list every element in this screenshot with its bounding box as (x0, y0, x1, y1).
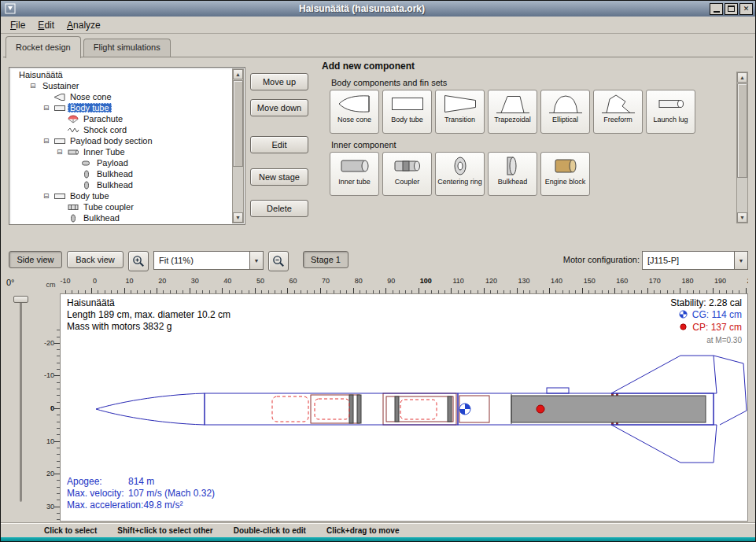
tree-item-tube-coupler[interactable]: Tube coupler (10, 201, 232, 212)
tree-item-body-tube[interactable]: ⊟Body tube (10, 102, 232, 113)
scroll-down-icon[interactable]: ▼ (737, 212, 747, 223)
move-up-button[interactable]: Move up (250, 73, 308, 90)
ruler-tick (517, 288, 518, 293)
parachute-outline[interactable] (272, 396, 308, 422)
add-freeform-button[interactable]: Freeform (593, 90, 643, 134)
motor-configuration-value: [J115-P] (643, 252, 734, 269)
rocket-canvas[interactable]: Haisunäätä Length 189 cm, max. diameter … (60, 293, 748, 522)
add-transition-button[interactable]: Transition (435, 90, 485, 134)
menu-edit[interactable]: Edit (31, 17, 61, 33)
shock-cord-outline[interactable] (315, 399, 349, 419)
bulkhead-shape[interactable] (349, 395, 353, 423)
scroll-up-icon[interactable]: ▲ (737, 72, 747, 83)
chevron-down-icon[interactable]: ▼ (734, 252, 747, 269)
palette-button-label: Centering ring (437, 178, 482, 186)
back-view-button[interactable]: Back view (67, 251, 124, 268)
forward-body-tube-shape[interactable] (205, 393, 458, 425)
tree-item-haisun-t[interactable]: Haisunäätä (10, 69, 232, 80)
tree-expander-icon[interactable]: ⊟ (30, 80, 40, 91)
side-view-button[interactable]: Side view (9, 251, 62, 268)
close-button[interactable]: ✕ (739, 3, 753, 15)
zoom-select[interactable]: Fit (11%) ▼ (153, 251, 264, 270)
delete-button[interactable]: Delete (250, 200, 308, 217)
add-elliptical-button[interactable]: Elliptical (540, 90, 590, 134)
payload-section-outline[interactable] (383, 393, 456, 425)
h-ruler-label: -10 (60, 277, 70, 285)
motor-configuration-label: Motor configuration: (540, 255, 640, 264)
add-coupler-button[interactable]: Coupler (382, 152, 432, 196)
palette-row: Inner tubeCouplerCentering ringBulkheadE… (314, 152, 748, 196)
tree-expander-icon[interactable]: ⊟ (43, 135, 53, 146)
status-hint: Double-click to edit (234, 526, 306, 535)
tree-item-bulkhead[interactable]: Bulkhead (10, 179, 232, 190)
tree-item-body-tube[interactable]: ⊟Body tube (10, 190, 232, 201)
minimize-button[interactable] (710, 3, 723, 15)
tree-expander-icon[interactable]: ⊟ (57, 146, 67, 157)
menu-analyze[interactable]: Analyze (61, 17, 107, 33)
tree-item-bulkhead[interactable]: Bulkhead (10, 212, 232, 223)
payload-outline[interactable] (400, 400, 437, 419)
tree-item-inner-tube[interactable]: ⊟Inner Tube (10, 146, 232, 157)
add-trapezoidal-button[interactable]: Trapezoidal (488, 90, 537, 134)
tree-item-nose-cone[interactable]: Nose cone (10, 91, 232, 102)
add-launch-lug-button[interactable]: Launch lug (646, 90, 695, 134)
h-ruler-label: 130 (518, 277, 530, 285)
component-tree: Haisunäätä⊟SustainerNose cone⊟Body tubeP… (10, 68, 232, 223)
h-ruler-label: 140 (551, 277, 562, 285)
new-stage-button[interactable]: New stage (250, 168, 308, 186)
tree-item-payload[interactable]: Payload (10, 157, 232, 168)
palette-button-label: Coupler (395, 178, 420, 186)
scrollbar-thumb[interactable] (737, 83, 747, 178)
palette-button-label: Elliptical (552, 116, 578, 124)
add-centering-ring-button[interactable]: Centering ring (435, 152, 485, 196)
rotation-slider-thumb[interactable] (13, 296, 28, 303)
bulkhead-shape[interactable] (357, 395, 361, 423)
tab-rocket-design[interactable]: Rocket design (6, 36, 81, 58)
add-bulkhead-button[interactable]: Bulkhead (488, 152, 537, 196)
minimize-icon (714, 11, 720, 13)
rotation-slider-track[interactable] (20, 299, 22, 502)
stage-1-toggle[interactable]: Stage 1 (303, 251, 348, 268)
add-body-tube-button[interactable]: Body tube (382, 90, 432, 134)
rocket-mass: Mass with motors 3832 g (67, 321, 230, 333)
add-engine-block-button[interactable]: Engine block (540, 152, 590, 196)
menu-file[interactable]: File (4, 17, 31, 33)
add-inner-tube-button[interactable]: Inner tube (330, 152, 379, 196)
bulkhead-shape[interactable] (395, 396, 399, 422)
scroll-up-icon[interactable]: ▲ (233, 69, 243, 79)
canted-fin-shape[interactable] (714, 356, 747, 425)
tree-scrollbar[interactable]: ▲ ▼ (232, 68, 244, 223)
edit-button[interactable]: Edit (250, 136, 308, 153)
maximize-button[interactable] (725, 3, 738, 15)
zoom-in-button[interactable] (128, 251, 149, 271)
launch-lug-icon (654, 92, 688, 116)
motor-configuration-select[interactable]: [J115-P] ▼ (642, 251, 748, 270)
bulkhead-shape[interactable] (448, 396, 452, 422)
tree-item-sustainer[interactable]: ⊟Sustainer (10, 80, 232, 91)
chevron-down-icon[interactable]: ▼ (249, 252, 263, 269)
stability-block: Stability: 2.28 cal CG: 114 cm CP: 137 c… (670, 297, 742, 346)
scroll-down-icon[interactable]: ▼ (233, 212, 243, 223)
zoom-out-button[interactable] (268, 251, 289, 271)
add-nose-cone-button[interactable]: Nose cone (330, 90, 379, 134)
palette-scrollbar[interactable]: ▲ ▼ (736, 72, 748, 223)
tree-item-parachute[interactable]: Parachute (10, 113, 232, 124)
tree-item-payload-body-section[interactable]: ⊟Payload body section (10, 135, 232, 146)
v-ruler-label: 0 (50, 404, 54, 412)
tab-flight-simulations[interactable]: Flight simulations (83, 39, 171, 57)
titlebar[interactable]: Haisunäätä (haisunaata.ork) ✕ (1, 1, 755, 17)
lower-fin-shape[interactable] (611, 425, 717, 463)
launch-lug-shape[interactable] (547, 388, 569, 393)
tabbar: Rocket designFlight simulations (6, 35, 173, 57)
nose-cone-shape[interactable] (96, 393, 205, 425)
tree-item-shock-cord[interactable]: Shock cord (10, 124, 232, 135)
body-tube-icon (390, 92, 425, 116)
scrollbar-thumb[interactable] (233, 80, 243, 167)
move-down-button[interactable]: Move down (250, 99, 308, 116)
tree-item-bulkhead[interactable]: Bulkhead (10, 168, 232, 179)
tree-expander-icon[interactable]: ⊟ (43, 102, 53, 113)
tree-item-label: Payload body section (68, 136, 155, 146)
tree-expander-icon[interactable]: ⊟ (43, 190, 53, 201)
window-menu-icon[interactable] (5, 3, 16, 14)
upper-fin-shape[interactable] (611, 356, 717, 393)
